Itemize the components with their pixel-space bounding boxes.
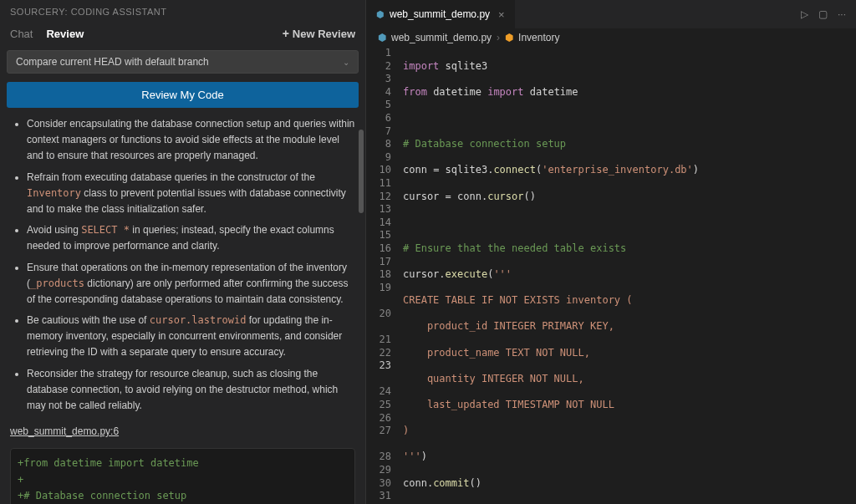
line-gutter: 123 456 789 101112 131415 161718 1920 21… xyxy=(366,47,403,504)
review-item: Ensure that operations on the in-memory … xyxy=(27,260,355,308)
review-my-code-button[interactable]: Review My Code xyxy=(7,82,359,108)
chevron-right-icon: › xyxy=(497,32,500,43)
tab-review[interactable]: Review xyxy=(46,28,84,40)
diff-preview: +from datetime import datetime + +# Data… xyxy=(10,448,355,504)
review-item: Refrain from executing database queries … xyxy=(27,170,355,218)
file-location-link[interactable]: web_summit_demo.py:6 xyxy=(10,424,355,440)
diff-line: + xyxy=(18,472,348,488)
sourcery-panel: SOURCERY: CODING ASSISTANT Chat Review +… xyxy=(0,0,366,504)
split-editor-icon[interactable]: ▢ xyxy=(818,8,828,20)
scrollbar-thumb[interactable] xyxy=(359,130,364,213)
tab-filename: web_summit_demo.py xyxy=(390,8,490,20)
review-item: Reconsider the strategy for resource cle… xyxy=(27,366,355,415)
compare-label: Compare current HEAD with default branch xyxy=(16,56,209,68)
compare-dropdown[interactable]: Compare current HEAD with default branch… xyxy=(7,50,359,74)
code-content[interactable]: import sqlite3 from datetime import date… xyxy=(403,47,856,504)
chevron-down-icon: ⌄ xyxy=(343,58,349,67)
review-item: Avoid using SELECT * in queries; instead… xyxy=(27,222,355,254)
tab-chat[interactable]: Chat xyxy=(10,28,33,40)
python-file-icon: ⬢ xyxy=(378,32,386,43)
editor-tabbar: ⬢ web_summit_demo.py × ▷ ▢ ··· xyxy=(366,0,856,28)
editor-actions: ▷ ▢ ··· xyxy=(791,0,856,28)
breadcrumb[interactable]: ⬢ web_summit_demo.py › ⬢ Inventory xyxy=(366,28,856,47)
editor-panel: ⬢ web_summit_demo.py × ▷ ▢ ··· ⬢ web_sum… xyxy=(366,0,856,504)
breadcrumb-item: Inventory xyxy=(518,32,559,43)
review-results: Consider encapsulating the database conn… xyxy=(0,113,365,504)
diff-line: +# Database connection setup xyxy=(18,488,348,504)
plus-icon: + xyxy=(283,27,289,40)
diff-line: +from datetime import datetime xyxy=(18,456,348,471)
review-item: Be cautious with the use of cursor.lastr… xyxy=(27,313,355,361)
new-review-label: New Review xyxy=(293,28,355,40)
breadcrumb-file: web_summit_demo.py xyxy=(391,32,492,43)
new-review-button[interactable]: + New Review xyxy=(283,27,355,40)
code-editor[interactable]: 123 456 789 101112 131415 161718 1920 21… xyxy=(366,47,856,504)
review-item: Consider encapsulating the database conn… xyxy=(27,116,355,165)
run-icon[interactable]: ▷ xyxy=(801,8,808,20)
more-actions-icon[interactable]: ··· xyxy=(838,8,846,20)
class-icon: ⬢ xyxy=(505,32,513,43)
panel-tabs: Chat Review + New Review xyxy=(0,23,365,47)
panel-title: SOURCERY: CODING ASSISTANT xyxy=(0,0,365,23)
python-file-icon: ⬢ xyxy=(376,9,385,20)
editor-tab-active[interactable]: ⬢ web_summit_demo.py × xyxy=(366,0,516,28)
close-icon[interactable]: × xyxy=(498,8,505,21)
